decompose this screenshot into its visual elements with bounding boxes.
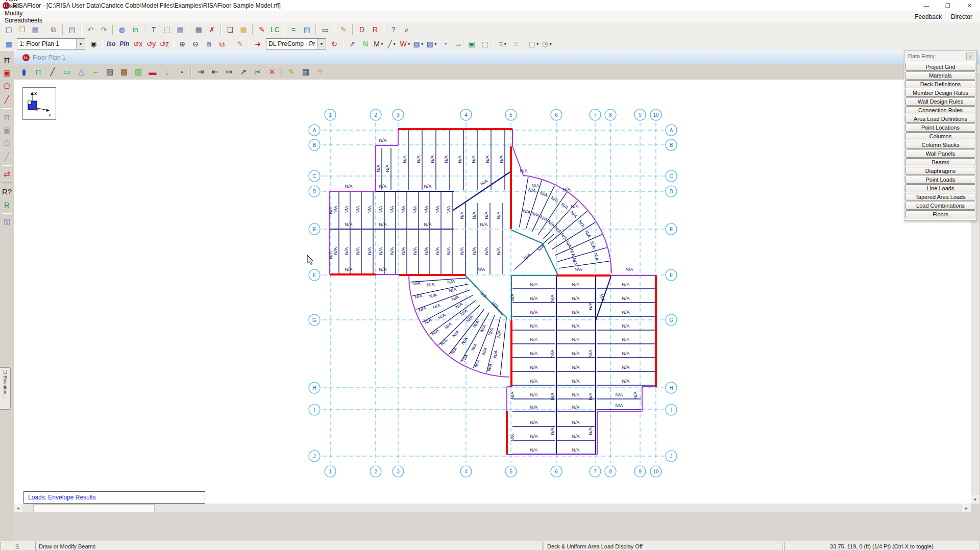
select-box-icon[interactable]: ⬚ <box>161 23 173 36</box>
draw-shape-icon[interactable]: ⌐ <box>89 65 102 79</box>
redo-icon[interactable]: ↷ <box>97 23 110 36</box>
maximize-button[interactable]: ❐ <box>937 0 959 11</box>
split-member-icon[interactable]: ↦ <box>223 65 236 79</box>
hatch-display-icon[interactable]: ▨▼ <box>426 38 438 50</box>
data-entry-member-design-rules[interactable]: Member Design Rules <box>905 89 975 97</box>
menu-director[interactable]: Director <box>946 13 977 20</box>
delete-icon[interactable]: ✕ <box>265 65 279 79</box>
copy-area-tool-icon[interactable]: ⬠ <box>1 137 13 150</box>
data-entry-point-loads[interactable]: Point Loads <box>905 176 975 184</box>
menu-insert[interactable]: Insert <box>0 3 47 10</box>
copy-beam-tool-icon[interactable]: Ħ <box>1 110 13 123</box>
member-query-icon[interactable]: R? <box>1 185 13 198</box>
rotate-z-icon[interactable]: ↺z <box>158 38 170 50</box>
area-display-icon[interactable]: ▧▼ <box>412 38 425 50</box>
modify-line-tool-icon[interactable]: ╱ <box>1 93 13 106</box>
data-entry-floors[interactable]: Floors <box>905 210 975 218</box>
design-d-icon[interactable]: D <box>356 23 368 36</box>
dimension-icon[interactable]: ↔ <box>452 38 464 50</box>
data-entry-load-combinations[interactable]: Load Combinations <box>905 202 975 210</box>
chevron-down-icon[interactable]: ▼ <box>380 42 384 46</box>
close-button[interactable]: ✕ <box>959 0 980 11</box>
snap-points-icon[interactable]: ⁘ <box>313 65 327 79</box>
data-entry-wall-panels[interactable]: Wall Panels <box>905 149 975 158</box>
open-folder-icon[interactable]: ❒ <box>16 23 28 36</box>
elevation-tab[interactable]: ❏ Elevation... <box>0 367 11 410</box>
draw-columns-icon[interactable]: N <box>359 38 372 50</box>
titles-icon[interactable]: T <box>148 23 160 36</box>
horizontal-scrollbar[interactable]: ◂ ▸ <box>14 504 971 512</box>
horizontal-scroll-thumb[interactable] <box>33 504 155 513</box>
view-spreadsheet-icon[interactable]: ▦ <box>299 65 312 79</box>
data-entry-connection-rules[interactable]: Connection Rules <box>905 106 975 114</box>
zoom-window-icon[interactable]: ⧈ <box>203 38 215 50</box>
rotate-x-icon[interactable]: ↺x <box>132 38 144 50</box>
data-entry-project-grid[interactable]: Project Grid <box>905 63 975 71</box>
rotate-y-icon[interactable]: ↺y <box>145 38 157 50</box>
units-icon[interactable]: in <box>129 23 141 36</box>
plan-view-button[interactable]: Pln <box>119 40 129 47</box>
modify-deck-tool-icon[interactable]: ▣ <box>1 66 13 80</box>
member-redesign-icon[interactable]: R <box>1 198 13 211</box>
tab-floor-plan-1[interactable]: FL Floor Plan 1 <box>14 54 66 61</box>
chevron-down-icon[interactable]: ▼ <box>549 42 552 46</box>
help-icon[interactable]: ? <box>387 23 400 36</box>
line-style-icon[interactable]: ╱▼ <box>386 38 398 50</box>
copy-line-tool-icon[interactable]: ╱ <box>1 150 13 163</box>
background-icon[interactable]: ▢▼ <box>528 38 540 50</box>
view-mode-icon[interactable]: ▥ <box>3 38 15 50</box>
spin-model-icon[interactable]: ↻ <box>328 38 340 50</box>
chevron-down-icon[interactable]: ▼ <box>317 39 326 49</box>
draw-point-load-icon[interactable]: ↓ <box>160 65 174 79</box>
menu-feedback[interactable]: Feedback <box>910 13 946 20</box>
copy-deck-tool-icon[interactable]: ▣ <box>1 123 13 137</box>
report-icon[interactable]: ▭ <box>319 23 331 36</box>
modify-area-tool-icon[interactable]: ⬠ <box>1 80 13 93</box>
search-icon[interactable]: ⌕ <box>401 23 413 36</box>
design-r-icon[interactable]: R <box>369 23 381 36</box>
data-entry-columns[interactable]: Columns <box>905 132 975 140</box>
copy-icon[interactable]: ⧉ <box>47 23 60 36</box>
chevron-down-icon[interactable]: ▼ <box>76 39 85 49</box>
stretch-icon[interactable]: ↗ <box>237 65 250 79</box>
member-labels-icon[interactable]: M▼ <box>373 38 385 50</box>
chevron-down-icon[interactable]: ▼ <box>407 42 411 46</box>
project-grid-icon[interactable]: ▦ <box>174 23 186 36</box>
floor-plan-drawing[interactable]: 1122334455667788991010AABBCCDDEEFFGGHHII… <box>14 80 971 504</box>
extend-member-icon[interactable]: ⇥ <box>194 65 207 79</box>
undo-icon[interactable]: ↶ <box>84 23 96 36</box>
close-icon[interactable]: x <box>966 53 974 60</box>
data-entry-wall-design-rules[interactable]: Wall Design Rules <box>905 97 975 106</box>
menu-modify[interactable]: Modify <box>0 10 47 17</box>
chevron-down-icon[interactable]: ▼ <box>434 42 437 46</box>
history-clock-icon[interactable]: ◷▼ <box>541 38 553 50</box>
draw-area-load-icon[interactable]: ▧ <box>132 65 145 79</box>
chevron-down-icon[interactable]: ▼ <box>393 42 396 46</box>
insert-point-icon[interactable]: ➜ <box>252 38 264 50</box>
draw-beam-icon[interactable]: Π <box>32 65 45 79</box>
data-entry-diaphragms[interactable]: Diaphragms <box>905 167 975 175</box>
data-entry-deck-definitions[interactable]: Deck Definitions <box>905 80 975 88</box>
deck-two-way-icon[interactable]: ▩ <box>117 65 131 79</box>
zoom-in-icon[interactable]: ⊕ <box>176 38 188 50</box>
load-combination-icon[interactable]: LC <box>269 23 281 36</box>
swap-members-icon[interactable]: ⇄ <box>1 167 13 181</box>
scroll-down-icon[interactable]: ▾ <box>971 495 979 504</box>
load-case-select[interactable]: DL PreComp - Pr▼ <box>266 38 326 49</box>
color-basis-icon[interactable]: ≡▼ <box>497 38 509 50</box>
save-icon[interactable]: ▦ <box>29 23 41 36</box>
new-file-icon[interactable]: ▢ <box>3 23 15 36</box>
zoom-extents-icon[interactable]: ⧉ <box>216 38 228 50</box>
spreadsheet-icon[interactable]: ▦ <box>192 23 205 36</box>
grid-yellow-icon[interactable]: ▦ <box>237 23 250 36</box>
draw-polygon-icon[interactable]: △ <box>75 65 88 79</box>
deck-display-icon[interactable]: W▼ <box>399 38 411 50</box>
iso-view-button[interactable]: Iso <box>107 40 115 47</box>
draw-opening-icon[interactable]: ▬ <box>146 65 159 79</box>
books-icon[interactable]: ▤ <box>301 23 313 36</box>
chevron-down-icon[interactable]: ▼ <box>421 42 424 46</box>
chevron-down-icon[interactable]: ▼ <box>536 42 540 46</box>
grid-toggle-icon[interactable]: ⁙ <box>510 38 522 50</box>
data-entry-area-load-definitions[interactable]: Area Load Definitions <box>905 115 975 123</box>
break-icon[interactable]: ✂ <box>251 65 264 79</box>
